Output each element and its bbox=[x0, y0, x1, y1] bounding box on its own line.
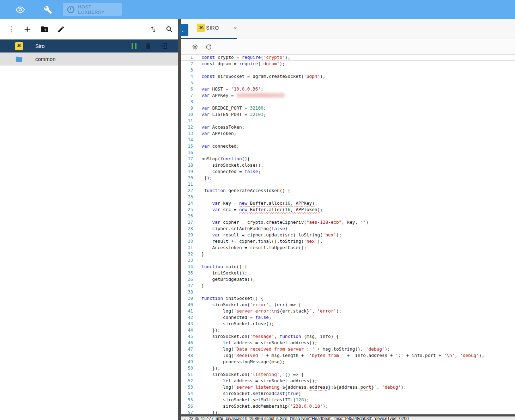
panel-splitter[interactable] bbox=[178, 19, 181, 420]
tab-bar: ← JS SIRO × bbox=[181, 19, 515, 39]
code-line[interactable]: 43 siroSocket.close(); bbox=[181, 321, 515, 327]
code-line[interactable]: 37} bbox=[181, 283, 515, 289]
code-line[interactable]: 33 bbox=[181, 257, 515, 264]
indent-guide bbox=[207, 397, 207, 403]
pause-icon[interactable] bbox=[132, 43, 137, 49]
indent-guide bbox=[218, 397, 218, 403]
line-number: 49 bbox=[181, 359, 193, 365]
code-line[interactable]: 24 var key = new Buffer.alloc(16, APPKey… bbox=[181, 200, 515, 206]
code-line[interactable]: 13var APPToken; bbox=[181, 130, 515, 137]
code-line[interactable]: 28 cipher.setAutoPadding(false) bbox=[181, 226, 515, 232]
sort-button[interactable] bbox=[149, 25, 158, 34]
code-line[interactable]: 56 siroSocket.addMembership('238.0.0.18'… bbox=[181, 403, 515, 409]
code-line[interactable]: 36 getBridgeData(); bbox=[181, 276, 515, 283]
code-line[interactable]: 6var HOST = '10.0.0.36'; bbox=[181, 86, 515, 92]
code-line[interactable]: 45 siroSocket.on('message', function (ms… bbox=[181, 333, 515, 340]
code-line[interactable]: 14 bbox=[181, 137, 515, 143]
line-number: 15 bbox=[181, 143, 193, 149]
code-line[interactable]: 54 siroSocket.setBroadcast(true) bbox=[181, 390, 515, 397]
code-line[interactable]: 1const crypto = require('crypto'); bbox=[181, 54, 515, 61]
code-line[interactable]: 26 bbox=[181, 213, 515, 219]
editor-toolbar bbox=[181, 39, 515, 55]
new-folder-button[interactable] bbox=[40, 25, 49, 34]
tab-siro[interactable]: JS SIRO × bbox=[197, 24, 237, 32]
host-loxberry-button[interactable]: HOST LOXBERRY bbox=[63, 3, 122, 16]
code-line[interactable]: 46 let address = siroSocket.address(); bbox=[181, 340, 515, 346]
eye-button[interactable] bbox=[16, 5, 25, 14]
code-line[interactable]: 19 connected = false; bbox=[181, 168, 515, 175]
code-line[interactable]: 9var BRIDGE_PORT = 32100; bbox=[181, 105, 515, 111]
code-line[interactable]: 53 log(`server listening ${address.addre… bbox=[181, 384, 515, 390]
code-line[interactable]: 18 siroSocket.close(); bbox=[181, 162, 515, 168]
code-line[interactable]: 38 bbox=[181, 289, 515, 295]
code-line[interactable]: 31 AccessToken = result.toUpperCase(); bbox=[181, 245, 515, 251]
code-line[interactable]: 3 bbox=[181, 67, 515, 73]
code-line[interactable]: 32} bbox=[181, 251, 515, 257]
code-line[interactable]: 34function main() { bbox=[181, 264, 515, 270]
line-number: 42 bbox=[181, 314, 193, 321]
code-line[interactable]: 29 var result = cipher.update(src).toStr… bbox=[181, 232, 515, 238]
refresh-button[interactable] bbox=[204, 43, 213, 51]
code-line[interactable]: 41 log(`server error:\n${err.stack}`, 'e… bbox=[181, 308, 515, 314]
code-line[interactable]: 10var LISTEN_PORT = 32101; bbox=[181, 111, 515, 118]
code-line[interactable]: 51 siroSocket.on('listening', () => { bbox=[181, 371, 515, 378]
code-line[interactable]: 49 processingMessage(msg); bbox=[181, 359, 515, 365]
scroll-down-icon[interactable]: ↓ bbox=[184, 416, 186, 420]
edit-button[interactable] bbox=[56, 25, 66, 34]
code-line[interactable]: 2const dgram = require('dgram'); bbox=[181, 61, 515, 67]
code-line[interactable]: 17onStop(function(){ bbox=[181, 156, 515, 162]
code-line[interactable]: 30 result += cipher.final().toString('he… bbox=[181, 238, 515, 245]
file-row-common[interactable]: common bbox=[0, 52, 178, 66]
back-button[interactable]: ← bbox=[179, 24, 188, 36]
code-line[interactable]: 47 log('Data received from server : ' + … bbox=[181, 346, 515, 352]
plus-icon: + bbox=[24, 25, 30, 34]
code-line[interactable]: 11 bbox=[181, 118, 515, 124]
line-number: 39 bbox=[181, 295, 193, 302]
line-number: 9 bbox=[181, 105, 193, 111]
code-line[interactable]: 8 bbox=[181, 99, 515, 105]
code-line[interactable]: 16 bbox=[181, 149, 515, 156]
close-icon[interactable]: × bbox=[234, 25, 237, 31]
code-line[interactable]: 40 siroSocket.on('error', (err) => { bbox=[181, 302, 515, 308]
indent-guide bbox=[207, 359, 207, 365]
code-line[interactable]: 48 log('Received ' + msg.length + 'bytes… bbox=[181, 352, 515, 359]
code-line[interactable]: 25 var src = new Buffer.alloc(16, APPTok… bbox=[181, 206, 515, 213]
indent-guide bbox=[207, 200, 207, 206]
export-icon[interactable] bbox=[160, 42, 168, 50]
code-line[interactable]: 4const siroSocket = dgram.createSocket('… bbox=[181, 73, 515, 80]
file-name: Siro bbox=[35, 43, 45, 49]
js-file-icon: JS bbox=[15, 42, 23, 50]
delete-icon[interactable] bbox=[145, 42, 152, 50]
indent-guide bbox=[218, 346, 218, 352]
file-row-siro[interactable]: JS Siro bbox=[0, 39, 178, 52]
code-line[interactable]: 35 initSocket(); bbox=[181, 270, 515, 276]
code-line[interactable]: 5 bbox=[181, 80, 515, 86]
code-editor[interactable]: 1const crypto = require('crypto');2const… bbox=[181, 54, 515, 420]
host-button-label: HOST LOXBERRY bbox=[78, 4, 118, 15]
redacted-value bbox=[236, 93, 285, 98]
menu-button[interactable]: ⋮ bbox=[7, 25, 16, 34]
search-button[interactable] bbox=[165, 25, 174, 34]
wrench-button[interactable] bbox=[43, 5, 53, 14]
line-number: 27 bbox=[181, 219, 193, 226]
code-line[interactable]: 52 let address = siroSocket.address(); bbox=[181, 378, 515, 384]
code-line[interactable]: 21 bbox=[181, 181, 515, 187]
code-line[interactable]: 39function initSocket() { bbox=[181, 295, 515, 302]
code-line[interactable]: 27 var cipher = crypto.createCipheriv("a… bbox=[181, 219, 515, 226]
indent-guide bbox=[207, 232, 207, 238]
code-line[interactable]: 12var AccessToken; bbox=[181, 124, 515, 130]
indent-guide bbox=[218, 384, 218, 390]
code-line[interactable]: 23 bbox=[181, 194, 515, 200]
locate-button[interactable] bbox=[191, 43, 199, 51]
code-line[interactable]: 42 connected = false; bbox=[181, 314, 515, 321]
code-line[interactable]: 55 siroSocket.setMulticastTTL(128); bbox=[181, 397, 515, 403]
code-line[interactable]: 20 }); bbox=[181, 175, 515, 181]
power-icon bbox=[65, 4, 77, 16]
code-line[interactable]: 15var connected; bbox=[181, 143, 515, 149]
add-script-button[interactable]: + bbox=[23, 25, 32, 34]
active-tab-underline bbox=[181, 38, 237, 39]
code-line[interactable]: 44 }); bbox=[181, 327, 515, 333]
code-line[interactable]: 22 function generateAccessToken() { bbox=[181, 187, 515, 194]
code-line[interactable]: 50 }); bbox=[181, 365, 515, 371]
code-line[interactable]: 7var APPKey = bbox=[181, 92, 515, 99]
